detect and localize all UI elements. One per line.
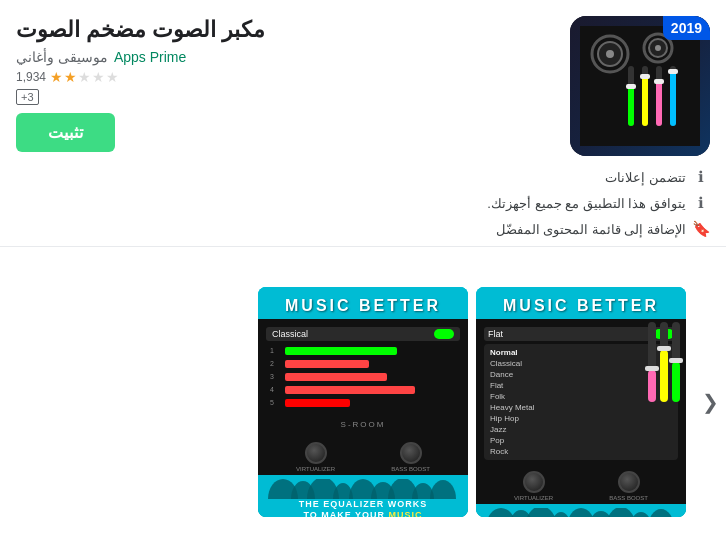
star-2: ★ <box>64 69 77 85</box>
screenshot-1-eq: Flat Normal Classical Dance Flat Folk He… <box>476 319 686 468</box>
eq-item-jazz: Jazz <box>490 424 672 435</box>
screenshot-2-footer: THE EQUALIZER WORKS TO MAKE YOUR MUSIC S… <box>258 475 468 517</box>
svg-point-23 <box>567 508 595 517</box>
stars-display: ★ ★ ★ ★ ★ <box>50 69 119 85</box>
compat-info-row: ℹ يتوافق هذا التطبيق مع جميع أجهزتك. <box>16 194 710 212</box>
svg-point-21 <box>525 508 557 517</box>
knob-bass-label-1: BASS BOOST <box>609 495 648 501</box>
crowd-svg-2 <box>263 479 463 499</box>
wishlist-info-text: الإضافة إلى قائمة المحتوى المفضّل <box>496 222 686 237</box>
screenshot-1-knobs: BASS BOOST VIRTUALIZER <box>476 468 686 504</box>
app-icon: 2019 <box>570 16 710 156</box>
knob-virtual-label-2: VIRTUALIZER <box>296 466 335 472</box>
eq-item-pop: Pop <box>490 435 672 446</box>
svg-point-19 <box>486 508 516 517</box>
screenshots-row: MUSIC BETTER Flat Normal <box>0 279 694 525</box>
divider <box>0 246 726 247</box>
svg-point-27 <box>648 509 674 517</box>
app-title: مكبر الصوت مضخم الصوت <box>16 16 265 45</box>
install-button[interactable]: تثبيت <box>16 113 115 152</box>
screenshots-section: ❮ MUSIC BETTER Flat <box>0 255 726 548</box>
screenshot-2-title: MUSIC BETTER <box>262 297 464 315</box>
knob-bass-label-2: BASS BOOST <box>391 466 430 472</box>
eq-item-folk: Folk <box>490 391 672 402</box>
app-developer[interactable]: Apps Prime <box>114 49 186 65</box>
svg-rect-11 <box>628 86 634 126</box>
ads-info-row: ℹ تتضمن إعلانات <box>16 168 710 186</box>
nav-left-button[interactable]: ❮ <box>694 255 726 548</box>
svg-rect-12 <box>642 76 648 126</box>
app-info-panel: مكبر الصوت مضخم الصوت موسيقى وأغاني Apps… <box>16 16 558 152</box>
bookmark-icon: 🔖 <box>692 220 710 238</box>
eq-icon-graphic <box>580 26 700 146</box>
rating-row: 1,934 ★ ★ ★ ★ ★ <box>16 69 119 85</box>
app-category: موسيقى وأغاني <box>16 49 108 65</box>
star-5: ★ <box>106 69 119 85</box>
eq-item-flat2: Flat <box>490 380 672 391</box>
ads-info-text: تتضمن إعلانات <box>605 170 686 185</box>
screenshot-1: MUSIC BETTER Flat Normal <box>476 287 686 517</box>
svg-rect-16 <box>640 74 650 79</box>
eq-bars-group: 1 2 3 <box>266 347 460 407</box>
compat-info-text: يتوافق هذا التطبيق مع جميع أجهزتك. <box>487 196 686 211</box>
svg-rect-17 <box>654 79 664 84</box>
svg-rect-14 <box>670 71 676 126</box>
eq-item-heavymetal: Heavy Metal <box>490 402 672 413</box>
star-1: ★ <box>50 69 63 85</box>
eq-item-flat: Normal <box>490 347 672 358</box>
svg-rect-13 <box>656 81 662 126</box>
developer-row: موسيقى وأغاني Apps Prime <box>16 49 186 65</box>
eq-item-rock: Rock <box>490 446 672 457</box>
knob-virtual-1 <box>523 471 545 493</box>
star-3: ★ <box>78 69 91 85</box>
screenshot-2-header: MUSIC BETTER <box>258 287 468 319</box>
screenshot-1-title: MUSIC BETTER <box>480 297 682 315</box>
eq-item-hiphop: Hip Hop <box>490 413 672 424</box>
knob-virtual-label-1: VIRTUALIZER <box>514 495 553 501</box>
svg-point-36 <box>430 480 456 499</box>
rating-count: 1,934 <box>16 70 46 84</box>
screenshot-2: MUSIC BETTER Classical <box>258 287 468 517</box>
screenshot-2-tagline: THE EQUALIZER WORKS TO MAKE YOUR MUSIC S… <box>260 499 466 517</box>
svg-rect-18 <box>668 69 678 74</box>
svg-rect-0 <box>580 26 700 146</box>
svg-rect-15 <box>626 84 636 89</box>
screenshot-1-footer: THE EQUALIZER WORKS TO MAKE YOUR MUSIC S… <box>476 504 686 517</box>
app-store-page: 2019 <box>0 0 726 548</box>
star-4: ★ <box>92 69 105 85</box>
knob-virtual-2 <box>305 442 327 464</box>
svg-point-25 <box>606 508 636 517</box>
info-rows: ℹ تتضمن إعلانات ℹ يتوافق هذا التطبيق مع … <box>0 168 726 238</box>
top-section: 2019 <box>0 0 726 164</box>
screenshot-1-header: MUSIC BETTER <box>476 287 686 319</box>
knob-bass-2 <box>400 442 422 464</box>
info-circle-icon: ℹ <box>692 168 710 186</box>
svg-point-6 <box>655 45 661 51</box>
svg-point-3 <box>606 50 614 58</box>
screenshot-2-knobs: BASS BOOST VIRTUALIZER <box>258 439 468 475</box>
year-badge: 2019 <box>663 16 710 40</box>
screenshot-2-eq: Classical 1 2 <box>258 319 468 439</box>
age-badge: 3+ <box>16 89 39 105</box>
compat-icon: ℹ <box>692 194 710 212</box>
crowd-svg-1 <box>481 508 681 517</box>
wishlist-info-row[interactable]: 🔖 الإضافة إلى قائمة المحتوى المفضّل <box>16 220 710 238</box>
knob-bass-1 <box>618 471 640 493</box>
